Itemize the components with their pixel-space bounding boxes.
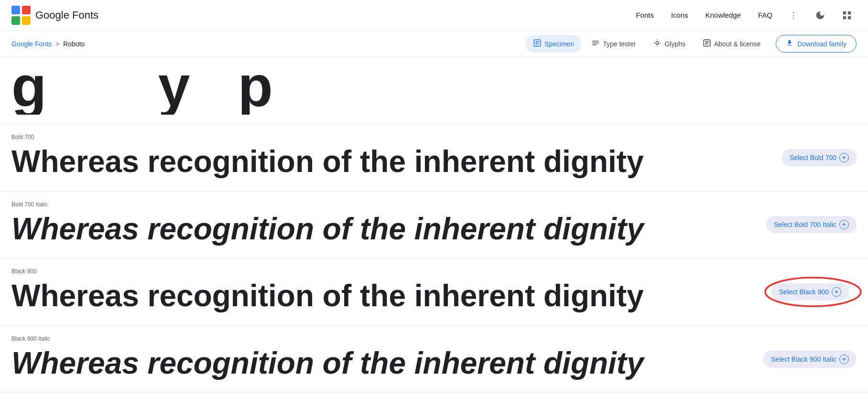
font-display-bold700italic: Whereas recognition of the inherent dign…: [11, 212, 857, 247]
sub-nav-tabs: Specimen Type tester Glyphs About & lice…: [525, 35, 768, 53]
select-black900italic-plus-icon: +: [839, 355, 849, 364]
google-logo-icon: [11, 6, 31, 25]
nav-link-faq[interactable]: FAQ: [758, 11, 772, 19]
select-black900-plus-icon: +: [832, 287, 841, 297]
svg-rect-3: [22, 16, 31, 25]
font-label-bold700italic: Bold 700 Italic: [11, 201, 857, 208]
grid-icon: [842, 10, 852, 21]
svg-rect-2: [11, 16, 20, 25]
font-display-black900italic: Whereas recognition of the inherent dign…: [11, 346, 857, 381]
font-label-black900italic: Black 900 Italic: [11, 335, 857, 342]
font-label-bold700: Bold 700: [11, 134, 857, 140]
select-bold700-label: Select Bold 700: [790, 154, 836, 161]
content-area: g y p Bold 700 Whereas recognition of th…: [0, 57, 868, 393]
nav-link-knowledge[interactable]: Knowledge: [705, 11, 741, 19]
tab-about-label: About & license: [714, 40, 760, 48]
select-black900italic-button[interactable]: Select Black 900 Italic +: [763, 351, 857, 368]
nav-links: Fonts Icons Knowledge FAQ: [636, 11, 772, 19]
partial-font-display: g y p: [11, 57, 857, 115]
select-bold700-plus-icon: +: [839, 153, 849, 162]
svg-rect-0: [11, 6, 20, 14]
nav-link-fonts[interactable]: Fonts: [636, 11, 654, 19]
font-label-black900: Black 900: [11, 268, 857, 275]
svg-point-11: [656, 42, 659, 44]
font-display-black900: Whereas recognition of the inherent dign…: [11, 279, 857, 314]
select-bold700italic-button[interactable]: Select Bold 700 Italic +: [766, 216, 857, 233]
select-black900italic-label: Select Black 900 Italic: [771, 355, 836, 363]
select-bold700italic-plus-icon: +: [839, 220, 849, 229]
tab-glyphs-label: Glyphs: [664, 40, 685, 48]
logo[interactable]: Google Fonts: [11, 6, 98, 25]
font-row-bold700italic: Bold 700 Italic Whereas recognition of t…: [0, 192, 868, 259]
tab-specimen[interactable]: Specimen: [525, 35, 582, 53]
select-black900-button[interactable]: Select Black 900 +: [771, 283, 849, 301]
font-row-bold700: Bold 700 Whereas recognition of the inhe…: [0, 124, 868, 192]
select-bold700-button[interactable]: Select Bold 700 +: [782, 149, 857, 166]
font-row-black900: Black 900 Whereas recognition of the inh…: [0, 258, 868, 326]
select-black900-label: Select Black 900: [779, 288, 829, 296]
tab-specimen-label: Specimen: [544, 40, 574, 48]
breadcrumb-separator: >: [55, 40, 59, 48]
font-row-black900italic: Black 900 Italic Whereas recognition of …: [0, 326, 868, 393]
download-family-button[interactable]: Download family: [776, 35, 857, 53]
svg-rect-1: [22, 6, 31, 14]
app-title: Google Fonts: [35, 9, 98, 21]
partial-row: g y p: [0, 57, 868, 124]
font-display-bold700: Whereas recognition of the inherent dign…: [11, 144, 857, 180]
breadcrumb-current: Roboto: [63, 40, 85, 48]
download-family-label: Download family: [797, 40, 846, 48]
sub-nav: Google Fonts > Roboto Specimen Type test…: [0, 31, 868, 57]
dark-mode-button[interactable]: [811, 6, 830, 25]
glyphs-icon: [653, 39, 662, 49]
dark-mode-icon: [815, 10, 825, 21]
nav-icon-area: ⋮: [784, 6, 857, 25]
more-options-button[interactable]: ⋮: [784, 6, 803, 25]
tab-about[interactable]: About & license: [695, 35, 768, 53]
select-bold700italic-label: Select Bold 700 Italic: [774, 221, 836, 228]
specimen-icon: [533, 39, 542, 49]
tab-type-tester[interactable]: Type tester: [584, 35, 643, 53]
download-icon: [786, 39, 793, 48]
grid-view-button[interactable]: [837, 6, 857, 25]
tab-glyphs[interactable]: Glyphs: [645, 35, 693, 53]
tab-type-tester-label: Type tester: [603, 40, 636, 48]
breadcrumb: Google Fonts > Roboto: [11, 40, 85, 48]
about-icon: [703, 39, 711, 49]
breadcrumb-home[interactable]: Google Fonts: [11, 40, 52, 48]
top-nav: Google Fonts Fonts Icons Knowledge FAQ ⋮: [0, 0, 868, 31]
nav-link-icons[interactable]: Icons: [671, 11, 688, 19]
type-tester-icon: [591, 39, 600, 49]
